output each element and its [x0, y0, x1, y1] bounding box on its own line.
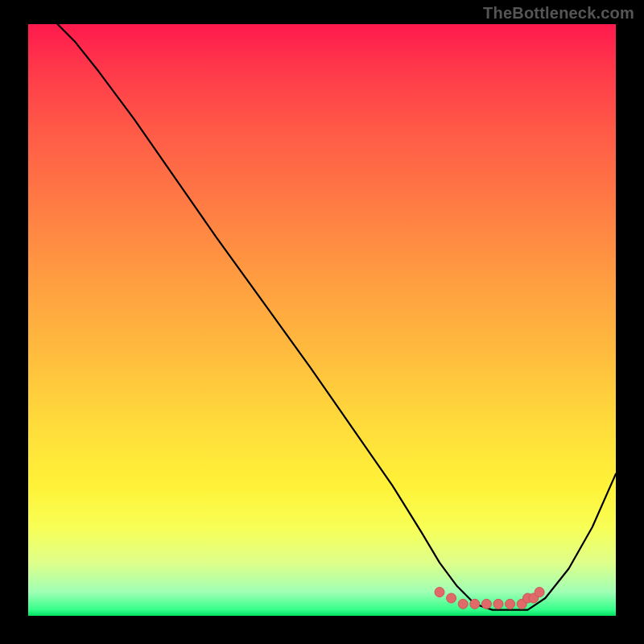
optimal-marker [535, 588, 544, 597]
optimal-range-markers [435, 588, 544, 609]
optimal-marker [493, 599, 503, 609]
optimal-marker [435, 588, 444, 597]
optimal-marker [506, 599, 515, 609]
optimal-marker [447, 593, 456, 603]
bottleneck-curve [58, 24, 617, 610]
optimal-marker [470, 599, 480, 609]
watermark-text: TheBottleneck.com [483, 4, 634, 23]
chart-container: TheBottleneck.com [0, 0, 644, 644]
chart-overlay [28, 24, 616, 616]
optimal-marker [458, 599, 468, 609]
optimal-marker [481, 599, 491, 609]
